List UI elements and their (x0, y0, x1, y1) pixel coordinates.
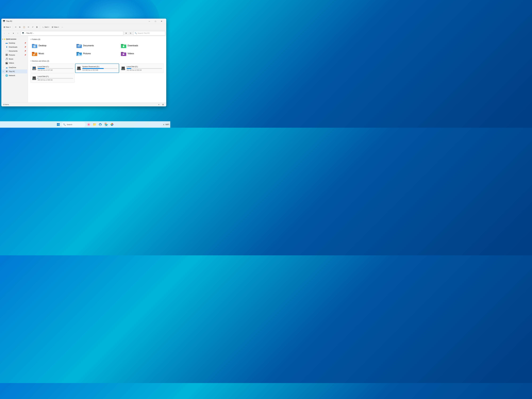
svg-rect-22 (76, 52, 79, 53)
sidebar-item-desktop[interactable]: ▬ Desktop 📌 (2, 41, 27, 45)
folder-desktop[interactable]: Desktop (31, 42, 75, 49)
toolbar-separator-1 (13, 25, 13, 29)
drive-c[interactable]: Local Disk (C:) 190 GB free of 237 GB (31, 63, 75, 73)
sidebar-label-downloads: Downloads (9, 46, 17, 48)
svg-rect-34 (34, 67, 35, 68)
svg-rect-14 (121, 44, 123, 45)
drive-e-bar-fill (127, 68, 131, 69)
folder-music[interactable]: Music (31, 50, 75, 57)
close-button[interactable]: ✕ (158, 19, 165, 23)
folder-desktop-label: Desktop (38, 44, 46, 47)
maximize-button[interactable]: □ (152, 19, 158, 23)
drive-f[interactable]: Local Disk (F:) 488 GB free of 488 GB (31, 73, 75, 83)
status-bar: 10 items ≡ ⊞ (1, 102, 166, 106)
drive-c-free: 190 GB free of 237 GB (38, 69, 73, 71)
sidebar-item-downloads[interactable]: ⬇ Downloads 📌 (2, 45, 27, 49)
drive-f-icon (32, 76, 36, 80)
file-explorer-window: 🖥️ This PC ─ □ ✕ ⊕ New ▾ ✂ ⧉ 📋 ✏ ↗ (1, 19, 166, 106)
sidebar-item-network[interactable]: › 🌐 Network (2, 73, 27, 77)
sidebar-item-onedrive[interactable]: › ☁ OneDrive (2, 65, 27, 70)
sort-icon: ↑↓ (42, 26, 44, 28)
minimize-button[interactable]: ─ (146, 19, 152, 23)
content-area: ▾ Folders (6) (28, 36, 166, 102)
quick-access-header[interactable]: ▾ ⭐ Quick access (1, 37, 28, 41)
svg-rect-38 (77, 67, 81, 69)
desktop-icon: ▬ (5, 42, 8, 44)
folder-pictures[interactable]: Pictures (75, 50, 119, 57)
folder-downloads[interactable]: Downloads (120, 42, 164, 49)
folders-section-header[interactable]: ▾ Folders (6) (31, 38, 164, 40)
sidebar-label-videos: Videos (9, 62, 14, 64)
up-button[interactable]: ↑ (16, 32, 20, 35)
videos-icon: 🎬 (5, 62, 8, 64)
copy-button[interactable]: ⧉ (18, 25, 21, 30)
svg-rect-7 (35, 46, 36, 47)
sidebar-label-music: Music (9, 58, 13, 60)
svg-rect-48 (33, 79, 36, 79)
taskbar-store-button[interactable]: 🏪 (103, 122, 109, 127)
window-controls: ─ □ ✕ (146, 19, 165, 23)
drive-d[interactable]: System Reserved (D:) 19.6 MB free of 49.… (75, 63, 119, 73)
rename-button[interactable]: ✏ (27, 25, 30, 30)
drive-f-name: Local Disk (F:) (38, 76, 73, 77)
taskbar-file-explorer-button[interactable]: 📁 (92, 122, 97, 127)
list-view-button[interactable]: ≡ (157, 103, 160, 106)
taskbar-edge-button[interactable] (98, 122, 103, 127)
address-bar[interactable]: 🖥️ › This PC › (20, 31, 123, 35)
svg-point-39 (77, 69, 78, 70)
svg-point-31 (32, 69, 33, 70)
taskbar: 🔍 Search 🌸 📁 🏪 ∧ WiFi (0, 121, 170, 128)
drive-d-icon (77, 66, 81, 70)
folder-documents[interactable]: Documents (75, 42, 119, 49)
network-icon: 🌐 (5, 74, 8, 77)
drive-e[interactable]: Local Disk (E:) 181 GB free of 209 GB (120, 63, 164, 73)
sort-dropdown-icon: ▾ (48, 26, 49, 28)
folder-pictures-label: Pictures (83, 52, 91, 55)
sidebar-label-onedrive: OneDrive (9, 66, 16, 69)
sidebar-label-desktop: Desktop (9, 42, 15, 44)
taskbar-search-button[interactable]: 🔍 Search (61, 122, 85, 127)
taskbar-right: ∧ WiFi (163, 123, 169, 126)
drive-e-info: Local Disk (E:) 181 GB free of 209 GB (127, 66, 162, 71)
sidebar-label-this-pc: This PC (9, 70, 15, 72)
drives-section-header[interactable]: ▾ Devices and drives (4) (31, 60, 164, 62)
new-button[interactable]: ⊕ New ▾ (2, 25, 12, 30)
view-button[interactable]: ⊞ View ▾ (51, 25, 60, 30)
forward-button[interactable]: › (7, 32, 11, 35)
sidebar-item-videos[interactable]: 🎬 Videos (2, 61, 27, 65)
more-label: ··· (62, 26, 63, 28)
title-bar: 🖥️ This PC ─ □ ✕ (1, 19, 166, 24)
folder-videos[interactable]: Videos (120, 50, 164, 57)
rename-icon: ✏ (28, 26, 29, 28)
svg-rect-6 (33, 46, 34, 47)
delete-button[interactable]: 🗑 (35, 25, 39, 30)
refresh-button[interactable]: ↻ (129, 32, 133, 35)
svg-rect-32 (33, 69, 36, 70)
drive-f-free: 488 GB free of 488 GB (38, 79, 73, 81)
search-box[interactable]: 🔍 Search This PC (133, 31, 165, 35)
taskbar-start-button[interactable] (56, 122, 61, 127)
taskbar-search-icon: 🔍 (63, 123, 66, 126)
taskbar-chrome-button[interactable] (109, 122, 115, 127)
address-dropdown-button[interactable]: ▾ (124, 32, 128, 35)
svg-rect-40 (78, 69, 80, 70)
folder-videos-label: Videos (127, 52, 134, 55)
sidebar-item-pictures[interactable]: 🖼 Pictures 📌 (2, 53, 27, 57)
cut-button[interactable]: ✂ (14, 25, 18, 30)
folder-documents-icon (76, 43, 82, 48)
copy-icon: ⧉ (19, 26, 20, 28)
tile-view-button[interactable]: ⊞ (161, 103, 165, 106)
paste-button[interactable]: 📋 (22, 25, 26, 30)
more-button[interactable]: ··· (61, 25, 64, 30)
sidebar-item-documents[interactable]: 📄 Documents 📌 (2, 49, 27, 53)
recent-button[interactable]: ▾ (12, 32, 15, 35)
drive-f-info: Local Disk (F:) 488 GB free of 488 GB (38, 76, 73, 81)
sort-button[interactable]: ↑↓ Sort ▾ (41, 25, 50, 30)
onedrive-icon: ☁ (5, 66, 8, 69)
taskbar-widgets-button[interactable]: 🌸 (86, 122, 91, 127)
sidebar-item-music[interactable]: 🎵 Music (2, 57, 27, 61)
sidebar-item-this-pc[interactable]: ▾ 🖥 This PC (2, 70, 27, 73)
share-button[interactable]: ↗ (31, 25, 34, 30)
sidebar-label-network: Network (9, 75, 15, 76)
back-button[interactable]: ‹ (2, 32, 6, 35)
